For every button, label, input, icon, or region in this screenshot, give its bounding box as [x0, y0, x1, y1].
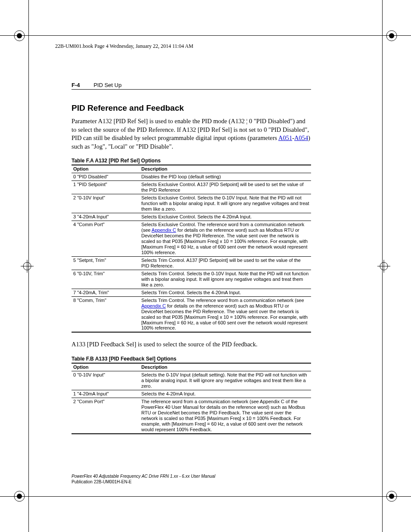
cell-option: 3 "4-20mA Input"	[72, 213, 140, 221]
table-a-caption: Table F.A A132 [PID Ref Sel] Options	[72, 158, 311, 164]
cell-option: 0 "PID Disabled"	[72, 173, 140, 181]
table-b-caption: Table F.B A133 [PID Feedback Sel] Option…	[72, 356, 311, 362]
registration-mark-icon	[13, 29, 26, 42]
section-title: PID Reference and Feedback	[72, 103, 311, 113]
page: 22B-UM001.book Page 4 Wednesday, January…	[0, 0, 411, 532]
table-row: 2 "Comm Port"The reference word from a c…	[72, 398, 311, 433]
table-header-row: Option Description	[72, 363, 311, 371]
cell-option: 6 "0-10V, Trim"	[72, 270, 140, 289]
col-header-description: Description	[140, 165, 311, 173]
table-row: 8 "Comm, Trim"Selects Trim Control. The …	[72, 296, 311, 332]
table-row: 0 "PID Disabled"Disables the PID loop (d…	[72, 173, 311, 181]
paragraph-2: A133 [PID Feedback Sel] is used to selec…	[72, 340, 311, 349]
page-number: F-4	[72, 82, 80, 88]
table-row: 6 "0-10V, Trim"Selects Trim Control. Sel…	[72, 270, 311, 289]
intro-paragraph: Parameter A132 [PID Ref Sel] is used to …	[72, 117, 311, 151]
table-row: 1 "4-20mA Input"Selects the 4-20mA Input…	[72, 390, 311, 398]
cell-description: Selects the 0-10V Input (default setting…	[140, 371, 311, 390]
col-header-option: Option	[72, 165, 140, 173]
cell-option: 0 "0-10V Input"	[72, 371, 140, 390]
cell-option: 2 "0-10V Input"	[72, 194, 140, 213]
cell-description: Selects Exclusive Control. The reference…	[140, 221, 311, 257]
table-a: Option Description 0 "PID Disabled"Disab…	[72, 165, 311, 333]
cell-description: Selects Exclusive Control. Selects the 0…	[140, 194, 311, 213]
cell-option: 1 "PID Setpoint"	[72, 181, 140, 194]
registration-mark-icon	[13, 490, 26, 503]
cell-description: The reference word from a communication …	[140, 398, 311, 433]
crosshair-icon	[377, 260, 390, 273]
col-header-description: Description	[140, 363, 311, 371]
cell-option: 5 "Setpnt, Trim"	[72, 256, 140, 270]
cell-description: Selects Trim Control. Selects the 4-20mA…	[140, 289, 311, 296]
cell-option: 8 "Comm, Trim"	[72, 296, 140, 332]
cell-description: Selects the 4-20mA Input.	[140, 390, 311, 398]
content-area: F-4 PID Set Up PID Reference and Feedbac…	[72, 82, 311, 434]
cell-option: 7 "4-20mA, Trim"	[72, 289, 140, 296]
footer-publication: Publication 22B-UM001H-EN-E	[72, 479, 311, 485]
col-header-option: Option	[72, 363, 140, 371]
cell-option: 1 "4-20mA Input"	[72, 390, 140, 398]
book-header-line: 22B-UM001.book Page 4 Wednesday, January…	[55, 43, 356, 50]
table-row: 4 "Comm Port"Selects Exclusive Control. …	[72, 221, 311, 257]
table-row: 2 "0-10V Input"Selects Exclusive Control…	[72, 194, 311, 213]
cell-description: Selects Trim Control. Selects the 0-10V …	[140, 270, 311, 289]
cell-description: Disables the PID loop (default setting)	[140, 173, 311, 181]
link-a051[interactable]: A051	[278, 134, 292, 141]
chapter-title: PID Set Up	[93, 82, 121, 88]
cell-description: Selects Trim Control. The reference word…	[140, 296, 311, 332]
link-appendix-c[interactable]: Appendix C	[152, 227, 176, 233]
table-row: 5 "Setpnt, Trim"Selects Trim Control. A1…	[72, 256, 311, 270]
svg-point-3	[389, 33, 394, 38]
table-row: 3 "4-20mA Input"Selects Exclusive Contro…	[72, 213, 311, 221]
page-footer: PowerFlex 40 Adjustable Frequency AC Dri…	[72, 472, 311, 485]
table-b: Option Description 0 "0-10V Input"Select…	[72, 363, 311, 434]
table-row: 1 "PID Setpoint"Selects Exclusive Contro…	[72, 181, 311, 194]
svg-point-1	[17, 33, 22, 38]
cell-option: 2 "Comm Port"	[72, 398, 140, 433]
registration-mark-icon	[385, 29, 398, 42]
cell-option: 4 "Comm Port"	[72, 221, 140, 257]
svg-point-7	[389, 494, 394, 499]
cell-description: Selects Exclusive Control. A137 [PID Set…	[140, 181, 311, 194]
cell-description: Selects Exclusive Control. Selects the 4…	[140, 213, 311, 221]
table-row: 7 "4-20mA, Trim"Selects Trim Control. Se…	[72, 289, 311, 296]
link-a054[interactable]: A054	[294, 134, 308, 141]
registration-mark-icon	[385, 490, 398, 503]
svg-point-5	[17, 494, 22, 499]
running-head: F-4 PID Set Up	[72, 82, 311, 90]
cell-description: Selects Trim Control. A137 [PID Setpoint…	[140, 256, 311, 270]
table-row: 0 "0-10V Input"Selects the 0-10V Input (…	[72, 371, 311, 390]
crosshair-icon	[21, 260, 34, 273]
paragraph-text: Parameter A132 [PID Ref Sel] is used to …	[72, 118, 309, 141]
footer-manual-title: PowerFlex 40 Adjustable Frequency AC Dri…	[72, 474, 311, 479]
table-header-row: Option Description	[72, 165, 311, 173]
link-appendix-c[interactable]: Appendix C	[141, 303, 166, 308]
